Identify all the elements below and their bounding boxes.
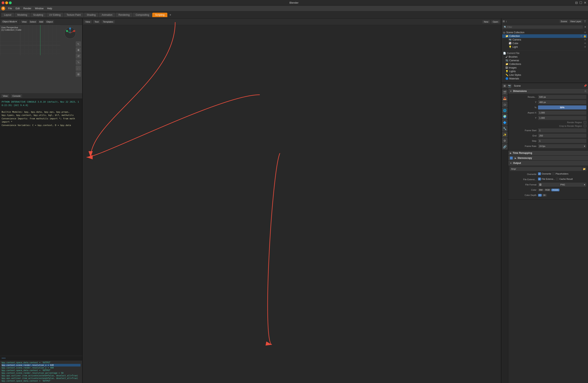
prop-camera-icon[interactable]: 📷 bbox=[507, 84, 511, 88]
tab-compositing[interactable]: Compositing bbox=[133, 13, 152, 17]
console-input-area[interactable]: >>> bbox=[0, 356, 82, 360]
dimensions-header[interactable]: ▼ Dimensions ☰ bbox=[508, 89, 588, 93]
outliner-cube[interactable]: 🎲 Cube 👁 bbox=[502, 42, 587, 45]
history-line-1[interactable]: bpy.context.space_data.context = 'OUTPUT… bbox=[2, 361, 81, 364]
tab-animation[interactable]: Animation bbox=[99, 13, 115, 17]
data-cameras[interactable]: 📷 Cameras bbox=[502, 59, 587, 62]
resolution-x-value[interactable]: 640 px bbox=[538, 95, 586, 99]
data-collections[interactable]: 📁 Collections bbox=[502, 62, 587, 66]
outliner-light[interactable]: 💡 Light 👁 bbox=[502, 45, 587, 49]
color-bw-btn[interactable]: BW bbox=[538, 189, 544, 191]
title-controls[interactable]: ⊟ ☐ ✕ bbox=[575, 1, 586, 5]
scale-tool[interactable]: ⤡ bbox=[76, 60, 81, 65]
object-data-icon[interactable]: 🔷 bbox=[502, 120, 508, 125]
history-line-7[interactable]: bpy.ops.outliner.item_activate(extend=Fa… bbox=[2, 377, 81, 380]
output-icon[interactable]: 📤 bbox=[502, 95, 508, 101]
grid-tool[interactable]: ⊞ bbox=[76, 71, 81, 77]
te-text-btn[interactable]: Text bbox=[93, 20, 100, 23]
menu-help[interactable]: Help bbox=[45, 7, 54, 10]
te-new-btn[interactable]: New bbox=[482, 20, 490, 23]
outliner-collection[interactable]: 📁 Collection 👁 🔒 bbox=[502, 34, 587, 38]
rotate-tool[interactable]: ↺ bbox=[76, 53, 81, 59]
menu-edit[interactable]: Edit bbox=[14, 7, 21, 10]
frame-end-value[interactable]: 250 bbox=[538, 134, 586, 138]
color-depth-16-btn[interactable]: 16 bbox=[542, 194, 547, 197]
color-rgb-btn[interactable]: RGB bbox=[544, 189, 551, 191]
color-depth-8-btn[interactable]: 8 bbox=[538, 194, 542, 197]
prop-header-icon[interactable]: ⊞ bbox=[503, 84, 507, 88]
overwrite-checkbox[interactable]: ✓ bbox=[538, 172, 541, 175]
mode-selector[interactable]: Object Mode ▾ bbox=[1, 20, 18, 23]
prop-pin-icon[interactable]: 📌 bbox=[584, 84, 587, 87]
particles-icon[interactable]: ✨ bbox=[502, 132, 508, 137]
te-open-btn[interactable]: Open bbox=[491, 20, 500, 23]
light-eye[interactable]: 👁 bbox=[584, 45, 586, 48]
aspect-y-value[interactable]: 1.000 bbox=[538, 116, 586, 120]
te-view-btn[interactable]: View bbox=[84, 20, 92, 23]
constraints-icon[interactable]: 🔗 bbox=[502, 144, 508, 150]
outliner-icon-sort[interactable]: ↕ bbox=[506, 20, 507, 23]
menu-window[interactable]: Window bbox=[33, 7, 45, 10]
file-format-dropdown[interactable]: 🖼 PNG ▾ bbox=[538, 183, 586, 187]
cursor-tool[interactable]: ↖ bbox=[76, 41, 81, 46]
object-menu[interactable]: Object bbox=[45, 20, 54, 23]
color-rgba-btn[interactable]: RGBA bbox=[551, 189, 559, 191]
console-console-btn[interactable]: Console bbox=[11, 94, 22, 98]
frame-start-value[interactable]: 1 bbox=[538, 128, 586, 133]
move-tool[interactable]: ✥ bbox=[76, 47, 81, 53]
tab-texture-paint[interactable]: Texture Paint bbox=[64, 13, 84, 17]
collection-eye[interactable]: 👁 bbox=[580, 35, 583, 38]
outliner-scene-collection[interactable]: 🗂 Scene Collection 👁 bbox=[502, 31, 587, 34]
data-images[interactable]: 🖼 Images bbox=[502, 66, 587, 69]
modifier-icon[interactable]: 🔧 bbox=[502, 126, 508, 132]
te-templates-btn[interactable]: Templates bbox=[102, 20, 115, 23]
dimensions-menu[interactable]: ☰ bbox=[584, 90, 586, 92]
stereoscopy-checkbox[interactable] bbox=[510, 157, 513, 159]
minimize-button[interactable] bbox=[5, 1, 8, 4]
tab-layout[interactable]: Layout bbox=[1, 13, 14, 17]
time-remapping-header[interactable]: ▶ Time Remapping bbox=[508, 151, 588, 156]
add-menu[interactable]: Add bbox=[38, 20, 44, 23]
window-controls[interactable] bbox=[2, 1, 12, 4]
outliner-icon-filter[interactable]: ⊞ bbox=[503, 20, 505, 23]
collection-lock[interactable]: 🔒 bbox=[583, 35, 586, 38]
data-lights[interactable]: 💡 Lights bbox=[502, 69, 587, 73]
history-line-2[interactable]: bpy.context.scene.render.resolution_x = … bbox=[2, 364, 81, 366]
scene-selector[interactable]: Scene bbox=[560, 20, 568, 23]
close-button[interactable] bbox=[2, 1, 4, 4]
stereoscopy-header[interactable]: ▶ Stereoscopy bbox=[508, 156, 588, 160]
resolution-pct-value[interactable]: 50% bbox=[538, 105, 586, 110]
output-header[interactable]: ▼ Output bbox=[508, 161, 588, 165]
frame-rate-dropdown[interactable]: 24 fps ▾ bbox=[538, 144, 586, 148]
scene-prop-icon[interactable]: 🌐 bbox=[502, 108, 508, 113]
data-brushes[interactable]: 🖌 Brushes bbox=[502, 55, 587, 59]
viewlayer-selector[interactable]: View Layer bbox=[569, 20, 582, 23]
history-line-8[interactable]: bpy.context.space_data.context = 'OUTPUT… bbox=[2, 380, 81, 382]
axis-widget[interactable]: X Y Z bbox=[64, 27, 76, 39]
tab-add[interactable]: + bbox=[168, 12, 173, 18]
aspect-x-value[interactable]: 1.000 bbox=[538, 111, 586, 115]
camera-tool[interactable]: 🎥 bbox=[76, 66, 81, 71]
view-menu[interactable]: View bbox=[21, 20, 28, 23]
crop-render-region-check[interactable] bbox=[584, 125, 586, 127]
placeholders-checkbox[interactable] bbox=[552, 172, 555, 175]
tab-modeling[interactable]: Modeling bbox=[15, 13, 30, 17]
file-ext-checkbox[interactable]: ✓ bbox=[538, 178, 541, 180]
physics-icon[interactable]: ⚙ bbox=[502, 138, 508, 143]
render-region-check[interactable] bbox=[584, 121, 586, 124]
view-layer-icon[interactable]: 🗂 bbox=[502, 102, 508, 107]
outliner-filter-icon[interactable]: ▽ bbox=[583, 20, 587, 23]
camera-eye[interactable]: 👁 bbox=[584, 38, 586, 41]
menu-file[interactable]: File bbox=[6, 7, 14, 10]
outliner-camera[interactable]: 📷 Camera 👁 bbox=[502, 38, 587, 42]
output-path-browse[interactable]: 📂 bbox=[582, 167, 586, 171]
select-menu[interactable]: Select bbox=[29, 20, 37, 23]
output-path-value[interactable]: /tmp/ bbox=[510, 167, 582, 171]
tab-uv-editing[interactable]: UV Editing bbox=[46, 13, 63, 17]
world-icon[interactable]: 🌍 bbox=[502, 114, 508, 119]
tab-shading[interactable]: Shading bbox=[84, 13, 99, 17]
tab-sculpting[interactable]: Sculpting bbox=[30, 13, 46, 17]
tab-rendering[interactable]: Rendering bbox=[116, 13, 132, 17]
frame-step-value[interactable]: 1 bbox=[538, 139, 586, 143]
history-line-3[interactable]: bpy.context.scene.render.resolution_y = … bbox=[2, 366, 81, 369]
